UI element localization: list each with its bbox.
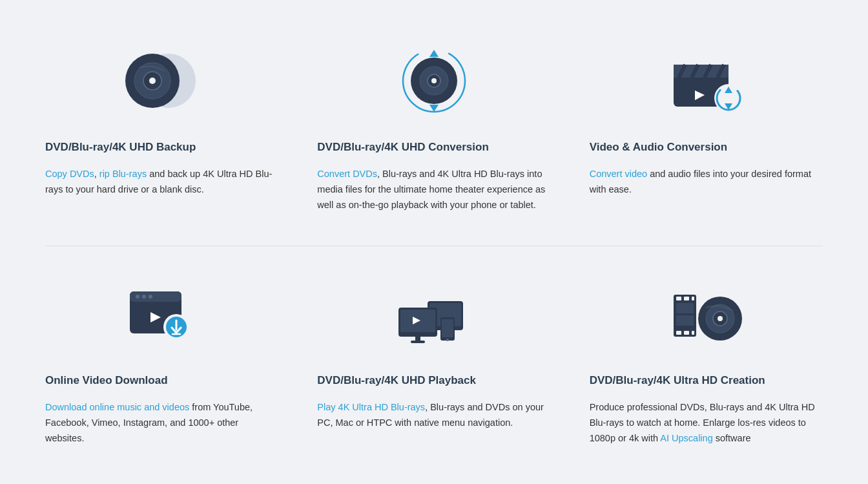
svg-rect-40	[442, 319, 453, 337]
video-audio-conversion-icon-area	[590, 39, 823, 123]
dvd-backup-icon-area	[45, 39, 278, 123]
svg-rect-43	[676, 297, 681, 300]
svg-point-41	[446, 339, 449, 341]
svg-point-26	[149, 295, 152, 299]
video-audio-conversion-desc: Convert video and audio files into your …	[590, 167, 823, 198]
convert-video-link[interactable]: Convert video	[590, 169, 647, 179]
card-dvd-creation: DVD/Blu-ray/4K Ultra HD Creation Produce…	[570, 246, 842, 479]
dvd-creation-title: DVD/Blu-ray/4K Ultra HD Creation	[590, 374, 823, 387]
dvd-conversion-icon	[398, 45, 470, 116]
convert-dvds-link[interactable]: Convert DVDs	[317, 169, 377, 179]
svg-point-54	[718, 316, 723, 321]
svg-rect-44	[684, 297, 689, 300]
video-audio-conversion-title: Video & Audio Conversion	[590, 141, 823, 154]
dvd-playback-desc: Play 4K Ultra HD Blu-rays, Blu-rays and …	[317, 400, 550, 431]
dvd-conversion-title: DVD/Blu-ray/4K UHD Conversion	[317, 141, 550, 154]
svg-rect-46	[676, 331, 681, 335]
feature-grid: DVD/Blu-ray/4K UHD Backup Copy DVDs, rip…	[0, 0, 868, 484]
svg-rect-48	[692, 331, 694, 335]
dvd-backup-desc: Copy DVDs, rip Blu-rays and back up 4K U…	[45, 167, 278, 198]
download-online-music-link[interactable]: Download online music and videos	[45, 402, 189, 412]
svg-rect-47	[684, 331, 689, 335]
video-audio-conversion-icon	[664, 45, 748, 116]
dvd-playback-icon-area	[317, 272, 550, 356]
svg-point-24	[136, 295, 140, 299]
dvd-playback-icon	[392, 279, 476, 350]
dvd-creation-icon-area	[590, 272, 823, 356]
dvd-playback-title: DVD/Blu-ray/4K UHD Playback	[317, 374, 550, 387]
ai-upscaling-link[interactable]: AI Upscaling	[660, 433, 712, 443]
dvd-conversion-desc: Convert DVDs, Blu-rays and 4K Ultra HD B…	[317, 167, 550, 213]
dvd-backup-icon	[120, 45, 204, 116]
online-video-download-title: Online Video Download	[45, 374, 278, 387]
svg-point-6	[149, 78, 156, 84]
svg-rect-49	[676, 303, 694, 313]
rip-blurays-link[interactable]: rip Blu-rays	[99, 169, 147, 179]
card-dvd-backup: DVD/Blu-ray/4K UHD Backup Copy DVDs, rip…	[26, 13, 298, 246]
online-video-download-icon	[123, 279, 201, 350]
svg-rect-45	[692, 297, 694, 300]
dvd-creation-icon	[667, 279, 745, 350]
svg-point-25	[142, 295, 146, 299]
play-4k-link[interactable]: Play 4K Ultra HD Blu-rays	[317, 402, 425, 412]
card-dvd-conversion: DVD/Blu-ray/4K UHD Conversion Convert DV…	[298, 13, 570, 246]
dvd-creation-desc: Produce professional DVDs, Blu-rays and …	[590, 400, 823, 447]
card-video-audio-conversion: Video & Audio Conversion Convert video a…	[570, 13, 842, 246]
online-video-download-icon-area	[45, 272, 278, 356]
svg-rect-50	[676, 315, 694, 326]
dvd-backup-title: DVD/Blu-ray/4K UHD Backup	[45, 141, 278, 154]
dvd-conversion-icon-area	[317, 39, 550, 123]
svg-rect-37	[411, 341, 425, 343]
card-dvd-playback: DVD/Blu-ray/4K UHD Playback Play 4K Ultr…	[298, 246, 570, 479]
online-video-download-desc: Download online music and videos from Yo…	[45, 400, 278, 447]
copy-dvds-link[interactable]: Copy DVDs	[45, 169, 94, 179]
card-online-video-download: Online Video Download Download online mu…	[26, 246, 298, 479]
svg-point-11	[431, 78, 437, 83]
